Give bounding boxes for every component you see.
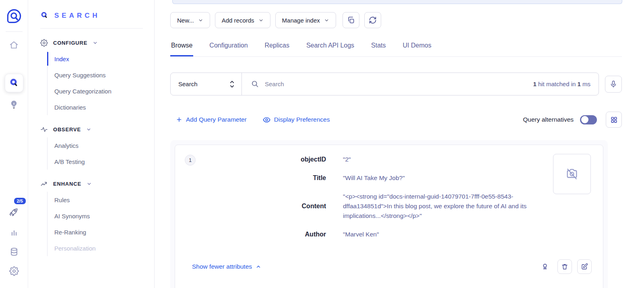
chevron-down-icon bbox=[324, 18, 329, 23]
observe-section-header[interactable]: OBSERVE bbox=[40, 126, 154, 133]
settings-nav-button[interactable] bbox=[0, 261, 28, 281]
record-fields: objectID "2" Title "Will AI Take My Job?… bbox=[237, 155, 592, 239]
search-input[interactable] bbox=[265, 81, 527, 87]
chevron-down-icon bbox=[93, 40, 98, 46]
show-fewer-attributes-link[interactable]: Show fewer attributes bbox=[192, 263, 261, 270]
field-key: Author bbox=[237, 231, 326, 238]
delete-record-button[interactable] bbox=[557, 259, 572, 274]
database-icon bbox=[9, 247, 19, 257]
sidebar-divider bbox=[40, 28, 143, 29]
analytics-nav-button[interactable] bbox=[0, 223, 28, 242]
grid-icon bbox=[610, 116, 618, 124]
record-footer: Show fewer attributes bbox=[186, 259, 592, 274]
field-key: Content bbox=[237, 203, 326, 210]
edit-record-button[interactable] bbox=[577, 259, 592, 274]
search-icon bbox=[251, 80, 259, 88]
gear-icon bbox=[9, 266, 19, 276]
search-box: Search 1 hit matched in 1 ms bbox=[170, 73, 599, 95]
query-controls-row: Add Query Parameter Display Preferences … bbox=[170, 112, 622, 128]
sidebar-item-ab-testing[interactable]: A/B Testing bbox=[54, 153, 154, 170]
pulse-icon bbox=[40, 126, 48, 133]
trash-icon bbox=[561, 263, 568, 270]
toggle-knob bbox=[581, 116, 588, 123]
tab-search-api-logs[interactable]: Search API Logs bbox=[305, 39, 355, 56]
icon-rail: 2/5 bbox=[0, 0, 28, 288]
camera-off-icon bbox=[565, 167, 579, 181]
tab-browse[interactable]: Browse bbox=[170, 39, 193, 56]
index-tabs: Browse Configuration Replicas Search API… bbox=[170, 39, 622, 57]
configure-section-header[interactable]: CONFIGURE bbox=[40, 39, 154, 47]
lightbulb-bolt-icon bbox=[9, 99, 19, 110]
display-preferences-link[interactable]: Display Preferences bbox=[263, 116, 330, 124]
record-rank-badge: 1 bbox=[185, 155, 196, 166]
query-alternatives-label: Query alternatives bbox=[523, 116, 574, 123]
sidebar-item-rules[interactable]: Rules bbox=[54, 192, 154, 208]
sidebar-item-query-categorization[interactable]: Query Categorization bbox=[54, 83, 154, 99]
product-header: SEARCH bbox=[40, 11, 154, 20]
bar-chart-icon bbox=[9, 228, 19, 237]
field-value: "Marvel Ken" bbox=[343, 230, 552, 239]
sidebar-item-index[interactable]: Index bbox=[54, 51, 154, 67]
sidebar-item-query-suggestions[interactable]: Query Suggestions bbox=[54, 67, 154, 83]
field-value: "<p><strong id="docs-internal-guid-14079… bbox=[343, 192, 552, 221]
edit-icon bbox=[581, 263, 588, 270]
tab-ui-demos[interactable]: UI Demos bbox=[402, 39, 432, 56]
search-mode-select[interactable]: Search bbox=[171, 73, 242, 95]
ranking-info-button[interactable] bbox=[538, 259, 552, 274]
chevron-down-icon bbox=[86, 127, 91, 132]
sidebar-item-analytics[interactable]: Analytics bbox=[54, 137, 154, 153]
record-image-placeholder[interactable] bbox=[553, 154, 591, 194]
refresh-icon bbox=[369, 16, 377, 24]
main-content: New... Add records Manage index Browse C… bbox=[155, 0, 644, 288]
sidebar-section-configure: CONFIGURE Index Query Suggestions Query … bbox=[40, 39, 154, 115]
getting-started-button[interactable]: 2/5 bbox=[0, 200, 28, 223]
gear-icon bbox=[40, 39, 48, 47]
add-records-dropdown-button[interactable]: Add records bbox=[215, 12, 270, 28]
tab-configuration[interactable]: Configuration bbox=[208, 39, 248, 56]
rail-divider bbox=[6, 31, 23, 32]
copy-index-button[interactable] bbox=[343, 12, 359, 28]
voice-search-button[interactable] bbox=[605, 76, 622, 93]
field-key: objectID bbox=[237, 156, 326, 163]
query-alternatives-toggle[interactable] bbox=[580, 115, 597, 124]
rocket-icon bbox=[8, 206, 19, 217]
sidebar-section-enhance: ENHANCE Rules AI Synonyms Re-Ranking Per… bbox=[40, 180, 154, 256]
layout-grid-button[interactable] bbox=[606, 112, 622, 128]
sidebar-item-dictionaries[interactable]: Dictionaries bbox=[54, 99, 154, 115]
sidebar-item-re-ranking[interactable]: Re-Ranking bbox=[54, 224, 154, 240]
tab-stats[interactable]: Stats bbox=[370, 39, 386, 56]
manage-index-dropdown-button[interactable]: Manage index bbox=[275, 12, 336, 28]
enhance-section-header[interactable]: ENHANCE bbox=[40, 180, 154, 188]
sidebar-item-personalization[interactable]: Personalization bbox=[54, 240, 154, 256]
sidebar: SEARCH CONFIGURE Index Query Suggestions… bbox=[28, 0, 155, 288]
trend-up-icon bbox=[40, 180, 48, 188]
search-row: Search 1 hit matched in 1 ms bbox=[170, 73, 622, 95]
section-label: OBSERVE bbox=[53, 126, 81, 133]
eye-icon bbox=[263, 116, 270, 124]
product-name: SEARCH bbox=[54, 12, 100, 20]
tab-replicas[interactable]: Replicas bbox=[264, 39, 290, 56]
section-label: CONFIGURE bbox=[53, 40, 87, 46]
field-value: "2" bbox=[343, 155, 552, 164]
home-icon bbox=[9, 40, 19, 50]
refresh-button[interactable] bbox=[364, 12, 381, 28]
progress-badge: 2/5 bbox=[13, 197, 27, 205]
recommend-nav-button[interactable] bbox=[0, 95, 28, 114]
chevron-up-icon bbox=[256, 264, 261, 269]
chevron-down-icon bbox=[198, 18, 203, 23]
chevron-down-icon bbox=[87, 181, 92, 186]
record-card: 1 objectID "2" Title "Will AI Take My Jo… bbox=[175, 145, 603, 288]
plus-icon bbox=[176, 116, 182, 123]
search-nav-button-active[interactable] bbox=[5, 74, 23, 92]
algolia-logo-icon[interactable] bbox=[6, 8, 22, 26]
home-button[interactable] bbox=[0, 35, 28, 54]
field-key: Title bbox=[237, 174, 326, 182]
data-nav-button[interactable] bbox=[0, 242, 28, 261]
select-chevrons-icon bbox=[229, 80, 235, 89]
sidebar-item-ai-synonyms[interactable]: AI Synonyms bbox=[54, 208, 154, 224]
new-dropdown-button[interactable]: New... bbox=[170, 12, 210, 28]
index-selector-partial[interactable] bbox=[172, 0, 622, 4]
add-query-parameter-link[interactable]: Add Query Parameter bbox=[176, 116, 247, 124]
chevron-down-icon bbox=[258, 18, 264, 23]
results-panel: 1 objectID "2" Title "Will AI Take My Jo… bbox=[170, 140, 608, 288]
